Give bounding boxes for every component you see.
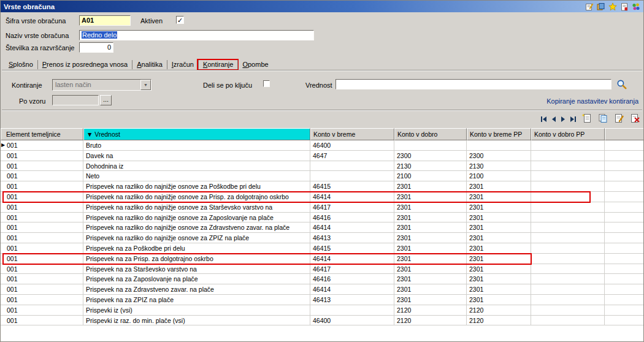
table-row[interactable]: 001Davek na464723002300: [1, 151, 643, 161]
previous-record-icon[interactable]: [549, 115, 558, 123]
cell-v: Prispevek na razliko do najnižje osnove …: [83, 233, 310, 243]
cell-dpp: [531, 181, 605, 192]
cell-v: Davek na: [83, 151, 310, 161]
table-row[interactable]: 001Prispevek na razliko do najnižje osno…: [1, 222, 643, 233]
table-row[interactable]: 001Neto21002100: [1, 171, 643, 181]
edit-icon[interactable]: [585, 2, 594, 11]
table-row[interactable]: 001Prispevek na razliko do najnižje osno…: [1, 181, 643, 192]
panel-bottom-divider: [2, 110, 642, 111]
cell-bpp: 2120: [467, 305, 531, 316]
cell-bpp: 2301: [467, 222, 531, 233]
cell-v: Prispevki iz (vsi): [83, 305, 310, 316]
cell-bpp: 2301: [467, 295, 531, 305]
table-row[interactable]: 001Prispevek na razliko do najnižje osno…: [1, 233, 643, 243]
wizard-icon[interactable]: [631, 2, 640, 11]
tab-analitika[interactable]: Analitika: [132, 60, 167, 69]
table-row[interactable]: 001Prispevek na za Poškodbe pri delu4641…: [1, 243, 643, 254]
column-header-el[interactable]: Element temeljnice: [1, 128, 83, 140]
tab-splo-no[interactable]: Splošno: [4, 60, 37, 69]
cell-d: 2301: [394, 295, 467, 305]
favorites-star-icon[interactable]: [608, 2, 617, 11]
cell-dpp: [531, 305, 605, 316]
tab-kontiranje[interactable]: Kontiranje: [198, 60, 238, 69]
aktiven-checkbox[interactable]: ✓: [176, 16, 184, 24]
cell-bpp: 2301: [467, 233, 531, 243]
cell-b: 46417: [310, 264, 394, 275]
table-row[interactable]: 001Dohodnina iz21302130: [1, 161, 643, 172]
cell-v: Prispevek na razliko do najnižje osnove …: [83, 213, 310, 223]
table-row[interactable]: 001Prispevki iz raz. do min. plače (vsi)…: [1, 316, 643, 326]
cell-b: [310, 161, 394, 172]
cell-el: 001: [1, 213, 83, 223]
new-record-icon[interactable]: [581, 113, 592, 124]
sifra-input[interactable]: A01: [79, 15, 131, 26]
cell-b: [310, 305, 394, 316]
cell-el: 001: [1, 243, 83, 254]
column-header-bpp[interactable]: Konto v breme PP: [467, 128, 531, 140]
chevron-down-icon[interactable]: ▼: [140, 80, 151, 90]
window-title: Vrste obračuna: [4, 3, 585, 10]
po-vzoru-input[interactable]: [52, 95, 99, 105]
po-vzoru-browse-button[interactable]: ...: [100, 95, 112, 105]
cell-d: [394, 140, 467, 151]
last-record-icon[interactable]: [569, 115, 577, 123]
stevilka-input[interactable]: 0: [79, 42, 113, 53]
cell-dpp: [531, 171, 605, 181]
next-record-icon[interactable]: [559, 115, 567, 123]
column-header-v[interactable]: ▼ Vrednost: [83, 128, 310, 140]
table-row[interactable]: 001Prispevek na za Starševsko varstvo na…: [1, 264, 643, 275]
cell-bpp: 2301: [467, 254, 531, 264]
cell-b: 46414: [310, 222, 394, 233]
magnifier-icon[interactable]: [616, 78, 627, 90]
tab-opombe[interactable]: Opombe: [237, 60, 272, 69]
cell-v: Neto: [83, 171, 310, 181]
cell-filler: [605, 233, 643, 243]
table-row[interactable]: 001Prispevek na razliko do najnižje osno…: [1, 202, 643, 213]
delete-record-icon[interactable]: [629, 113, 640, 124]
cell-dpp: [531, 222, 605, 233]
cell-filler: [605, 316, 643, 326]
cell-d: 2301: [394, 181, 467, 192]
cell-bpp: 2301: [467, 243, 531, 254]
cell-dpp: [531, 233, 605, 243]
table-row[interactable]: 001Prispevek na za Zaposlovanje na plače…: [1, 274, 643, 284]
column-header-d[interactable]: Konto v dobro: [394, 128, 467, 140]
kontiranje-grid: Element temeljnice▼ VrednostKonto v brem…: [1, 128, 643, 341]
grid-header: Element temeljnice▼ VrednostKonto v brem…: [1, 128, 643, 140]
cell-bpp: 2301: [467, 213, 531, 223]
naziv-input[interactable]: Redno delo: [79, 30, 314, 40]
cell-el: 001: [1, 316, 83, 326]
stevilka-value: 0: [107, 44, 111, 51]
cell-el: 001: [1, 254, 83, 264]
cell-dpp: [531, 274, 605, 284]
column-header-dpp[interactable]: Konto v dobro PP: [531, 128, 605, 140]
table-row[interactable]: 001Prispevek na za ZPIZ na plače46413230…: [1, 295, 643, 305]
table-row[interactable]: 001Prispevek na razliko do najnižje osno…: [1, 192, 643, 202]
cell-dpp: [531, 151, 605, 161]
table-row[interactable]: 001Prispevek na za Prisp. za dolgotrajno…: [1, 254, 643, 264]
kontiranje-dropdown[interactable]: lasten način ▼: [52, 79, 151, 91]
cell-v: Prispevek na za Poškodbe pri delu: [83, 243, 310, 254]
column-header-b[interactable]: Konto v breme: [310, 128, 394, 140]
cell-d: 2301: [394, 264, 467, 275]
cell-filler: [605, 295, 643, 305]
edit-record-icon[interactable]: [613, 113, 624, 124]
table-row[interactable]: 001Prispevki iz (vsi)21202120: [1, 305, 643, 316]
cell-filler: [605, 264, 643, 275]
tab-prenos-iz-posrednega-vnosa[interactable]: Prenos iz posrednega vnosa: [37, 60, 132, 69]
report-icon[interactable]: [619, 2, 629, 11]
kopiranje-nastavitev-link[interactable]: Kopiranje nastavitev kontiranja: [546, 97, 638, 105]
vrednost-input[interactable]: [335, 79, 611, 89]
documents-icon[interactable]: [596, 2, 605, 11]
cell-bpp: 2301: [467, 284, 531, 295]
copy-record-icon[interactable]: [597, 113, 608, 124]
table-row[interactable]: 001Bruto46400▶: [1, 140, 643, 151]
cell-dpp: [531, 161, 605, 172]
table-row[interactable]: 001Prispevek na razliko do najnižje osno…: [1, 213, 643, 223]
first-record-icon[interactable]: [539, 115, 548, 123]
tab-izra-un[interactable]: Izračun: [167, 60, 198, 69]
deli-checkbox[interactable]: [263, 80, 270, 87]
table-row[interactable]: 001Prispevek na za Zdravstveno zavar. na…: [1, 284, 643, 295]
cell-filler: [605, 305, 643, 316]
cell-filler: [605, 181, 643, 192]
